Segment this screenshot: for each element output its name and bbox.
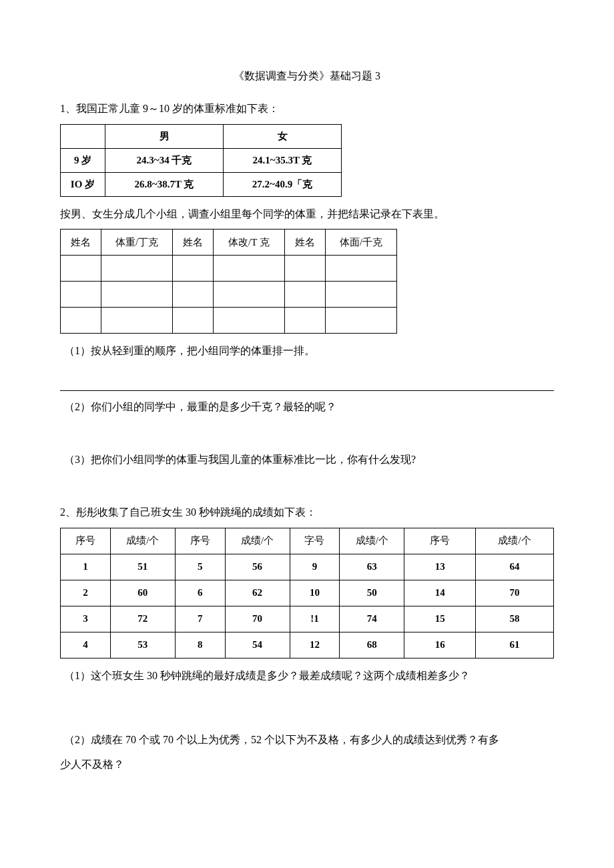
- table-cell: 74: [340, 606, 404, 632]
- page-title: 《数据调查与分类》基础习题 3: [60, 67, 554, 86]
- table-header: 姓名: [285, 230, 326, 256]
- table-header: 姓名: [61, 230, 101, 256]
- table-cell: 70: [476, 580, 554, 606]
- q1-sub3: （3）把你们小组同学的体重与我国儿童的体重标准比一比，你有什么发现?: [60, 450, 554, 470]
- table-cell: 24.3~34 千克: [105, 148, 224, 172]
- table-cell: 62: [225, 580, 290, 606]
- table-cell: 13: [404, 554, 476, 580]
- table-cell: 1: [61, 554, 111, 580]
- table-cell: [61, 124, 105, 148]
- table-cell: 56: [225, 554, 290, 580]
- table-cell: 16: [404, 632, 476, 658]
- table-row: 2 60 6 62 10 50 14 70: [61, 580, 554, 606]
- table-cell: 14: [404, 580, 476, 606]
- table-header: 姓名: [173, 230, 214, 256]
- q1-sub2: （2）你们小组的同学中，最重的是多少千克？最轻的呢？: [60, 398, 554, 417]
- q2-score-table: 序号 成绩/个 序号 成绩/个 字号 成绩/个 序号 成绩/个 1 51 5 5…: [60, 528, 554, 659]
- divider: [60, 390, 554, 391]
- table-cell: 68: [340, 632, 404, 658]
- table-cell: 男: [105, 124, 224, 148]
- table-cell: 24.1~35.3T 克: [224, 148, 342, 172]
- table-cell: 2: [61, 580, 111, 606]
- table-header: 体改/T 克: [214, 230, 285, 256]
- table-header: 序号: [175, 528, 225, 554]
- table-cell: 3: [61, 606, 111, 632]
- table-header: 体面/千克: [326, 230, 397, 256]
- table-cell: 64: [476, 554, 554, 580]
- table-cell: IO 岁: [61, 172, 105, 196]
- table-cell: 70: [225, 606, 290, 632]
- table-cell: 53: [110, 632, 175, 658]
- table-cell: 4: [61, 632, 111, 658]
- table-cell: 26.8~38.7T 克: [105, 172, 224, 196]
- table-cell: 58: [476, 606, 554, 632]
- table-cell: 27.2~40.9「克: [224, 172, 342, 196]
- q2-sub2-line1: （2）成绩在 70 个或 70 个以上为优秀，52 个以下为不及格，有多少人的成…: [60, 731, 554, 750]
- table-cell: 72: [110, 606, 175, 632]
- table-cell: 5: [175, 554, 225, 580]
- table-header: 体重/丁克: [101, 230, 173, 256]
- table-cell: 54: [225, 632, 290, 658]
- table-header: 成绩/个: [340, 528, 404, 554]
- table-cell: 8: [175, 632, 225, 658]
- table-header: 序号: [61, 528, 111, 554]
- table-header: 成绩/个: [476, 528, 554, 554]
- table-cell: 51: [110, 554, 175, 580]
- table-row: 4 53 8 54 12 68 16 61: [61, 632, 554, 658]
- table-header: 成绩/个: [225, 528, 290, 554]
- q1-blank-table: 姓名 体重/丁克 姓名 体改/T 克 姓名 体面/千克: [60, 229, 397, 334]
- table-header: 成绩/个: [110, 528, 175, 554]
- table-row: [61, 308, 397, 334]
- table-cell: 61: [476, 632, 554, 658]
- table-cell: 60: [110, 580, 175, 606]
- table-cell: 50: [340, 580, 404, 606]
- q1-intro: 1、我国正常儿童 9～10 岁的体重标准如下表：: [60, 99, 554, 119]
- table-cell: 12: [290, 632, 340, 658]
- table-cell: 9 岁: [61, 148, 105, 172]
- table-row: [61, 282, 397, 308]
- q2-sub1: （1）这个班女生 30 秒钟跳绳的最好成绩是多少？最差成绩呢？这两个成绩相差多少…: [60, 667, 554, 686]
- table-cell: 10: [290, 580, 340, 606]
- table-header: 字号: [290, 528, 340, 554]
- q1-sub1: （1）按从轻到重的顺序，把小组同学的体重排一排。: [60, 342, 554, 361]
- table-cell: !1: [290, 606, 340, 632]
- table-cell: 女: [224, 124, 342, 148]
- table-cell: 63: [340, 554, 404, 580]
- table-cell: 15: [404, 606, 476, 632]
- q2-intro: 2、彤彤收集了自己班女生 30 秒钟跳绳的成绩如下表：: [60, 503, 554, 522]
- q1-instruction: 按男、女生分成几个小组，调查小组里每个同学的体重，并把结果记录在下表里。: [60, 205, 554, 224]
- table-cell: 6: [175, 580, 225, 606]
- table-row: [61, 256, 397, 282]
- table-cell: 7: [175, 606, 225, 632]
- q1-standard-table: 男 女 9 岁 24.3~34 千克 24.1~35.3T 克 IO 岁 26.…: [60, 124, 342, 197]
- table-row: 1 51 5 56 9 63 13 64: [61, 554, 554, 580]
- table-header: 序号: [404, 528, 476, 554]
- table-cell: 9: [290, 554, 340, 580]
- table-row: 3 72 7 70 !1 74 15 58: [61, 606, 554, 632]
- q2-sub2-line2: 少人不及格？: [60, 755, 554, 775]
